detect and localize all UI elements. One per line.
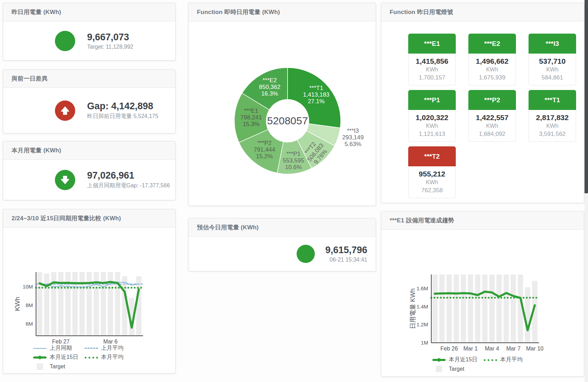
status-tile-header: ***E1: [408, 34, 456, 54]
target-bar[interactable]: [454, 275, 459, 343]
card-realtime-donut: Function 即時日用電量 (KWh) ***T11,413,18327.1…: [188, 3, 376, 206]
tile-grid: ***E1 1,415,856 KWh 1,700,157 ***E2 1,49…: [381, 21, 584, 198]
target-bar[interactable]: [468, 275, 473, 343]
target-bar[interactable]: [446, 275, 452, 343]
status-tile-value: 1,020,322: [409, 113, 455, 122]
card-day-gap-title: 與前一日差異: [12, 75, 48, 83]
green-thick-swatch-icon: [33, 354, 47, 361]
y-tick-label: 1M: [421, 340, 428, 346]
status-tile-body: 2,817,832 KWh 3,591,562: [529, 110, 576, 142]
card-lights-title: Function 昨日用電燈號: [390, 8, 453, 16]
target-bar[interactable]: [44, 273, 49, 336]
target-bar[interactable]: [525, 287, 530, 343]
day-gap-sub: 昨日與前日用電量 5,524,175: [87, 113, 158, 120]
legend-item[interactable]: 本月近15日: [33, 354, 85, 361]
trend-chart-legend: 本月近15日本月平均Target: [432, 356, 523, 374]
status-circle-green-icon: [55, 31, 75, 51]
y-tick-label: 1.4M: [417, 304, 428, 310]
legend-label: 上月平均: [101, 345, 123, 352]
status-tile-body: 955,212 KWh 762,358: [408, 166, 456, 198]
legend-item[interactable]: Target: [432, 366, 464, 372]
target-bar[interactable]: [496, 275, 502, 343]
target-bar[interactable]: [432, 275, 438, 343]
card-realtime-title: Function 即時日用電量 (KWh): [197, 8, 280, 16]
legend-item[interactable]: 本月近15日: [432, 356, 484, 363]
card-trend-title: ***E1 設備用電達成趨勢: [390, 216, 454, 224]
legend-label: 上月同期: [50, 345, 72, 352]
status-tile-unit: KWh: [469, 122, 515, 130]
donut-slice-label: ***I3293,1495.63%: [342, 127, 363, 147]
y-tick-label: 8M: [26, 302, 33, 308]
trend-chart[interactable]: 1M1.2M1.4M1.6MFeb 26Mar 1Mar 4Mar 7Mar 1…: [381, 230, 584, 376]
target-bar[interactable]: [461, 275, 466, 343]
x-tick-label: Mar 4: [485, 346, 499, 352]
estimate-timestamp: 06-21 15:34:41: [325, 257, 367, 263]
blue-line-swatch-icon: [33, 345, 47, 352]
grey-box-swatch-icon: [37, 363, 43, 370]
compare-chart-legend: 上月同期上月平均本月近15日本月平均Target: [33, 344, 123, 371]
target-bar[interactable]: [72, 272, 78, 336]
y-tick-label: 1.6M: [417, 285, 428, 291]
status-tile-value: 2,817,832: [530, 113, 575, 122]
status-tile: ***E2 1,496,662 KWh 1,675,939: [468, 34, 516, 85]
legend-label: 本月近15日: [50, 354, 78, 361]
status-tile-target: 3,591,562: [530, 130, 575, 138]
card-month-usage: 本月用電量 (KWh) 97,026,961 上個月同期用電Gap: -17,3…: [3, 141, 176, 200]
y-axis-title: KWh: [14, 297, 21, 311]
status-tile-value: 537,710: [530, 57, 575, 66]
grey-box-swatch-icon: [436, 366, 442, 372]
status-tile-body: 1,422,557 KWh 1,684,092: [468, 110, 516, 142]
legend-item[interactable]: 上月同期: [33, 345, 85, 352]
target-bar[interactable]: [136, 276, 141, 336]
green-dot-swatch-icon: [484, 356, 497, 363]
status-tile-unit: KWh: [469, 66, 515, 74]
status-tile-unit: KWh: [409, 179, 455, 186]
target-bar[interactable]: [58, 272, 63, 336]
legend-item[interactable]: 本月平均: [484, 356, 523, 363]
card-day-gap-header: 與前一日差異: [3, 70, 175, 88]
target-bar[interactable]: [489, 275, 495, 343]
yesterday-usage-value: 9,667,073: [87, 32, 133, 42]
x-tick-label: Mar 10: [526, 346, 544, 352]
status-tile: ***I3 537,710 KWh 584,861: [529, 34, 576, 85]
y-tick-label: 10M: [23, 284, 33, 290]
target-bar[interactable]: [87, 272, 92, 336]
scrollbar-thumb[interactable]: [585, 0, 588, 193]
legend-item[interactable]: 本月平均: [85, 354, 123, 361]
green-thick-swatch-icon: [432, 356, 446, 363]
month-usage-value: 97,026,961: [87, 170, 170, 181]
status-tile-header: ***I3: [529, 34, 576, 54]
target-bar[interactable]: [475, 275, 480, 343]
status-tile-target: 1,700,157: [409, 74, 455, 82]
status-tile-value: 1,496,662: [469, 57, 515, 66]
status-tile: ***T1 2,817,832 KWh 3,591,562: [529, 90, 576, 142]
target-bar[interactable]: [65, 272, 71, 336]
x-tick-label: Mar 1: [463, 346, 478, 352]
card-estimate-title: 預估今日用電量 (KWh): [197, 223, 258, 231]
scrollbar[interactable]: [585, 0, 588, 382]
status-tile-header: ***P2: [468, 90, 516, 110]
target-bar[interactable]: [439, 275, 445, 343]
target-bar[interactable]: [79, 272, 85, 336]
status-tile: ***P2 1,422,557 KWh 1,684,092: [468, 90, 516, 142]
target-bar[interactable]: [37, 272, 42, 336]
legend-label: Target: [449, 366, 464, 372]
energy-dashboard: 昨日用電量 (KWh) 9,667,073 Target: 11,128,992…: [0, 0, 588, 382]
target-bar[interactable]: [511, 275, 516, 343]
y-axis-title: 日用電量 KWh: [409, 288, 416, 329]
target-bar[interactable]: [115, 272, 120, 336]
x-tick-label: Feb 26: [440, 346, 458, 352]
status-tile-body: 1,415,856 KWh 1,700,157: [408, 54, 456, 85]
status-tile-target: 1,684,092: [469, 130, 515, 138]
legend-item[interactable]: Target: [33, 363, 65, 370]
green-dot-swatch-icon: [85, 354, 98, 361]
status-tile: ***E1 1,415,856 KWh 1,700,157: [408, 34, 456, 85]
realtime-donut-chart[interactable]: ***T11,413,18327.1%***I3293,1495.63%***T…: [189, 21, 376, 206]
status-tile-body: 537,710 KWh 584,861: [529, 54, 576, 85]
card-month-header: 本月用電量 (KWh): [3, 141, 175, 160]
target-bar[interactable]: [482, 275, 487, 343]
target-bar[interactable]: [504, 275, 509, 343]
status-tile: ***P1 1,020,322 KWh 1,121,613: [408, 90, 456, 142]
legend-item[interactable]: 上月平均: [85, 345, 123, 352]
target-bar[interactable]: [101, 272, 106, 336]
